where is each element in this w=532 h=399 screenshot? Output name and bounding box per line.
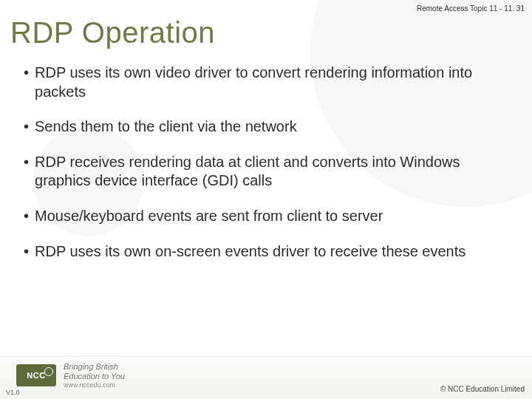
list-item: • RDP uses its own on-screen events driv… [21, 242, 511, 262]
copyright-label: © NCC Education Limited [440, 385, 525, 393]
bullet-dot: • [24, 117, 29, 137]
logo-block: NCC Bringing British Education to You ww… [16, 362, 125, 389]
bullet-text: RDP uses its own on-screen events driver… [35, 242, 511, 262]
list-item: • RDP uses its own video driver to conve… [21, 64, 511, 101]
tagline-line1: Bringing British [64, 362, 125, 372]
tagline-line2: Education to You [64, 372, 125, 381]
list-item: • RDP receives rendering data at client … [21, 153, 511, 191]
header-meta: Remote Access Topic 11 - 11. 31 [417, 4, 525, 13]
bullet-text: RDP uses its own video driver to convert… [35, 64, 511, 101]
slide-title: RDP Operation [10, 16, 215, 50]
bullet-dot: • [24, 242, 29, 262]
bullet-dot: • [24, 64, 29, 83]
tagline: Bringing British Education to You www.nc… [64, 362, 125, 389]
bullet-list: • RDP uses its own video driver to conve… [21, 64, 511, 277]
bullet-dot: • [24, 207, 29, 226]
footer: NCC Bringing British Education to You ww… [0, 356, 532, 399]
list-item: • Sends them to the client via the netwo… [21, 117, 511, 137]
bullet-dot: • [24, 153, 29, 172]
list-item: • Mouse/keyboard events are sent from cl… [21, 207, 511, 226]
version-label: V1.0 [6, 389, 20, 396]
bullet-text: Mouse/keyboard events are sent from clie… [35, 207, 511, 226]
ncc-logo: NCC [16, 364, 56, 386]
bullet-text: RDP receives rendering data at client an… [35, 153, 511, 191]
tagline-url: www.nccedu.com [64, 381, 125, 389]
bullet-text: Sends them to the client via the network [35, 117, 511, 137]
